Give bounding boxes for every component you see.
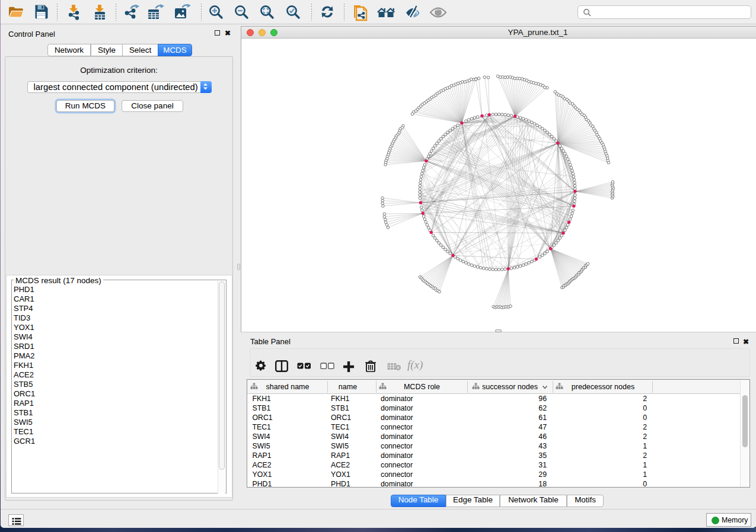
svg-text:f(x): f(x) bbox=[407, 358, 423, 371]
